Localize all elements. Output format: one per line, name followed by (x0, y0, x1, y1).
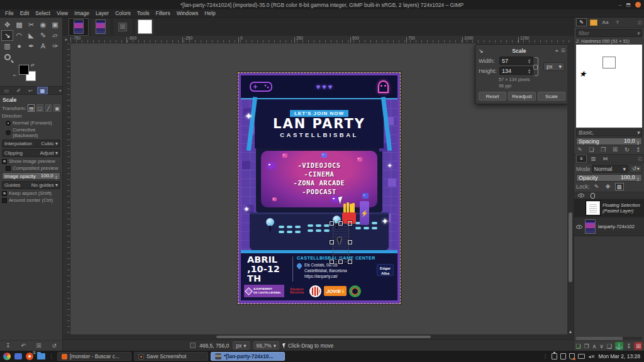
rectangle-select-tool[interactable]: ▩ (13, 19, 25, 30)
image-opacity-slider[interactable]: Image opacity 100,0 ▲▼ (2, 172, 60, 180)
channels-tab[interactable]: ▥ (588, 155, 599, 163)
chain-link-icon[interactable] (535, 57, 538, 76)
delete-layer-button[interactable]: ☒ (634, 342, 642, 350)
reset-tool-button[interactable]: ↺ (52, 343, 57, 349)
transform-handle[interactable] (348, 221, 352, 226)
text-tool[interactable]: A (37, 41, 49, 52)
launcher-window[interactable] (14, 353, 23, 361)
bucket-fill-tool[interactable]: ◣ (25, 30, 37, 41)
menu-edit[interactable]: Edit (17, 10, 33, 16)
transform-selection-button[interactable]: ▢ (36, 104, 43, 112)
new-layer-button[interactable]: ❏ (576, 343, 581, 349)
shield-icon[interactable] (569, 353, 575, 359)
width-input[interactable]: 57 ▲▼ (499, 57, 533, 65)
clock[interactable]: Mon Mar 2, 13:28 (598, 353, 641, 359)
new-brush-button[interactable]: ❏ (589, 146, 594, 153)
paths-tool[interactable]: ✒ (25, 41, 37, 52)
brush-thumbnail[interactable]: ★ (576, 69, 589, 80)
battery-icon[interactable] (552, 353, 557, 359)
poster-image[interactable]: ♥♥♥ ✦ ✦ (238, 72, 401, 304)
direction-corrective-radio[interactable] (6, 130, 11, 135)
show-preview-checkbox[interactable]: ✕ (2, 159, 7, 164)
launcher-browser[interactable]: 1 (25, 353, 34, 361)
restore-tool-preset-button[interactable]: ↶ (21, 343, 26, 349)
paths-tab[interactable]: ⋈ (600, 155, 611, 163)
lower-layer-button[interactable]: ∨ (599, 343, 604, 349)
brush-thumbnail[interactable] (589, 69, 602, 80)
layer-row-lanparty[interactable]: lanparty-724x102 (574, 217, 644, 236)
brush-thumbnail[interactable] (602, 80, 616, 92)
transform-handle[interactable] (338, 221, 343, 226)
reset-button[interactable]: Reset (479, 92, 506, 101)
paintbrush-tool[interactable]: ✎ (37, 30, 49, 41)
guides-dropdown[interactable]: Guides No guides ▾ (2, 181, 60, 189)
launcher-files[interactable] (36, 353, 45, 361)
layer-opacity-slider[interactable]: Opacity 100,0 ▲▼ (576, 174, 642, 182)
menu-filters[interactable]: Filters (153, 10, 174, 16)
brush-thumbnail[interactable] (576, 45, 589, 57)
lock-pixels-button[interactable]: ✎ (592, 183, 601, 190)
transform-layer-button[interactable]: ▤ (28, 104, 35, 112)
ink-tool[interactable]: ✑ (49, 41, 61, 52)
horizontal-scrollbar[interactable] (63, 334, 574, 339)
brush-thumbnail[interactable] (602, 116, 616, 128)
dock-menu-icon[interactable]: ◂ (58, 88, 61, 93)
layer-visibility-icon[interactable] (576, 225, 582, 229)
smudge-tool[interactable]: ● (13, 41, 25, 52)
close-dialog-icon[interactable]: ☒ (561, 48, 565, 54)
brush-filter-input[interactable]: filter ▾ (576, 29, 642, 37)
unit-dropdown[interactable]: px ▾ (543, 62, 565, 71)
merge-layer-button[interactable]: ↧ (626, 343, 631, 349)
foreground-color-swatch[interactable] (19, 65, 29, 75)
keep-aspect-checkbox[interactable]: ✕ (2, 191, 7, 196)
floating-selection[interactable] (330, 221, 352, 264)
zoom-tool[interactable] (1, 52, 13, 62)
minimize-icon[interactable]: – (619, 2, 621, 8)
brush-thumbnail[interactable] (629, 57, 642, 69)
brush-thumbnail[interactable] (616, 45, 629, 57)
transform-handle[interactable] (330, 221, 334, 226)
brush-thumbnail[interactable] (616, 69, 629, 80)
undo-history-tab[interactable]: ↩ (25, 87, 36, 94)
duplicate-brush-button[interactable]: ❐ (601, 146, 606, 153)
image-tab-lanparty-2[interactable] (91, 19, 110, 35)
mode-reset-button[interactable]: ↺ ▾ (630, 165, 642, 173)
fonts-tab[interactable]: Aa (600, 18, 611, 26)
brush-tag-dropdown[interactable]: Basic, ▾ (576, 129, 642, 136)
patterns-tab[interactable] (588, 18, 599, 26)
brush-thumbnail[interactable] (629, 104, 642, 116)
spinner-icon[interactable]: ▲▼ (636, 140, 640, 145)
lock-position-button[interactable]: ✥ (604, 183, 613, 190)
transform-image-button[interactable]: ▣ (53, 104, 60, 112)
brushes-tab[interactable]: ✎ (576, 18, 587, 26)
volume-muted-icon[interactable]: ◂✕ (588, 354, 595, 359)
menu-view[interactable]: View (53, 10, 71, 16)
anchor-layer-button[interactable]: ⚓ (615, 342, 623, 350)
lock-alpha-button[interactable]: ▦ (615, 183, 624, 190)
spacing-slider[interactable]: Spacing 10,0 ▲▼ (576, 138, 642, 145)
brush-thumbnail[interactable] (589, 92, 602, 104)
brush-thumbnail[interactable] (576, 92, 589, 104)
height-input[interactable]: 134 ▲▼ (499, 67, 533, 75)
brush-thumbnail[interactable] (616, 92, 629, 104)
transform-handle[interactable] (348, 240, 352, 244)
taskbar-window-monster[interactable]: [monster - Buscar c... (57, 352, 131, 361)
tool-options-tab[interactable]: ▭ (1, 87, 12, 94)
layers-scrollbar[interactable] (576, 337, 642, 340)
brush-thumbnail[interactable] (602, 92, 616, 104)
duplicate-layer-button[interactable]: ❑ (607, 343, 612, 349)
display-icon[interactable] (578, 354, 585, 359)
brush-thumbnail[interactable] (629, 69, 642, 80)
menu-windows[interactable]: Windows (174, 10, 201, 16)
readjust-button[interactable]: Readjust (508, 92, 536, 101)
horizontal-ruler[interactable]: -750 -500 -250 0 250 500 750 1000 1250 (70, 36, 574, 43)
brush-thumbnail[interactable] (616, 80, 629, 92)
taskbar-window-screenshot[interactable]: Save Screenshot (134, 352, 208, 361)
canvas[interactable]: ♥♥♥ ✦ ✦ (70, 43, 567, 334)
vertical-ruler[interactable] (63, 43, 70, 334)
help-tab[interactable]: ? (612, 18, 623, 26)
menu-file[interactable]: File (2, 10, 17, 16)
brush-thumbnail-selected[interactable] (602, 57, 616, 69)
layers-tab[interactable]: ≡ (576, 155, 587, 163)
eraser-tool[interactable]: ▱ (49, 30, 61, 41)
